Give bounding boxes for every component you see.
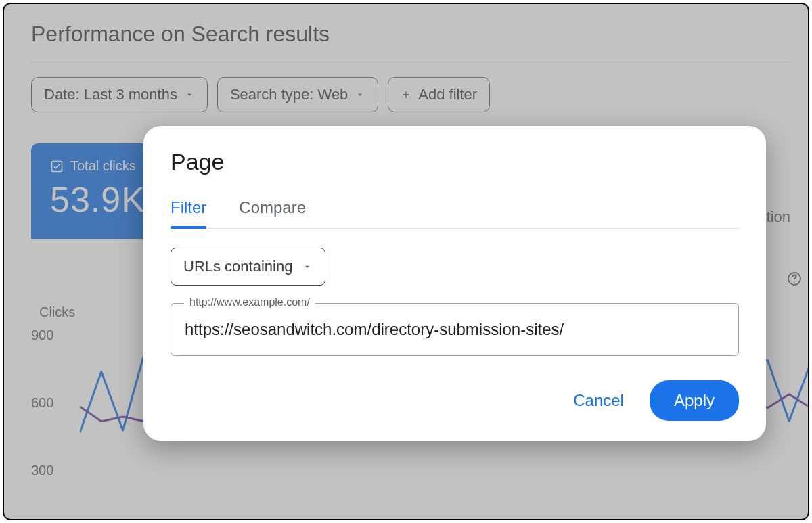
page-filter-modal: Page Filter Compare URLs containing http…	[143, 126, 766, 441]
chip-label: Date: Last 3 months	[44, 86, 177, 104]
modal-title: Page	[171, 149, 739, 175]
select-label: URLs containing	[183, 258, 292, 275]
chevron-down-icon	[184, 89, 195, 100]
url-field-label: http://www.example.com/	[184, 296, 315, 309]
tab-filter[interactable]: Filter	[171, 198, 206, 228]
tab-compare[interactable]: Compare	[239, 198, 306, 228]
chart-title: Clicks	[39, 304, 75, 320]
filters-row: Date: Last 3 months Search type: Web Add…	[31, 77, 790, 112]
y-tick-900: 900	[31, 327, 53, 343]
search-type-filter-chip[interactable]: Search type: Web	[217, 77, 378, 112]
date-filter-chip[interactable]: Date: Last 3 months	[31, 77, 208, 112]
modal-actions: Cancel Apply	[171, 380, 739, 421]
page-title: Performance on Search results	[31, 22, 790, 47]
y-tick-600: 600	[31, 395, 53, 411]
checkbox-checked-icon	[50, 160, 64, 173]
url-field-wrap: http://www.example.com/	[171, 303, 739, 356]
chip-label: Add filter	[418, 86, 477, 104]
add-filter-button[interactable]: Add filter	[388, 77, 490, 112]
apply-button[interactable]: Apply	[650, 380, 739, 421]
metric-right-partial-label: tion	[767, 208, 790, 226]
chevron-down-icon	[355, 89, 365, 100]
chevron-down-icon	[302, 261, 313, 272]
url-match-select[interactable]: URLs containing	[171, 248, 325, 286]
help-icon[interactable]	[786, 271, 803, 290]
divider	[31, 62, 790, 62]
y-tick-300: 300	[31, 463, 53, 478]
cancel-button[interactable]: Cancel	[566, 383, 631, 418]
metric-label: Total clicks	[70, 158, 136, 174]
svg-point-2	[794, 281, 795, 283]
modal-tabs: Filter Compare	[171, 198, 739, 229]
plus-icon	[401, 89, 411, 100]
chip-label: Search type: Web	[230, 86, 348, 104]
url-input[interactable]	[171, 303, 739, 356]
